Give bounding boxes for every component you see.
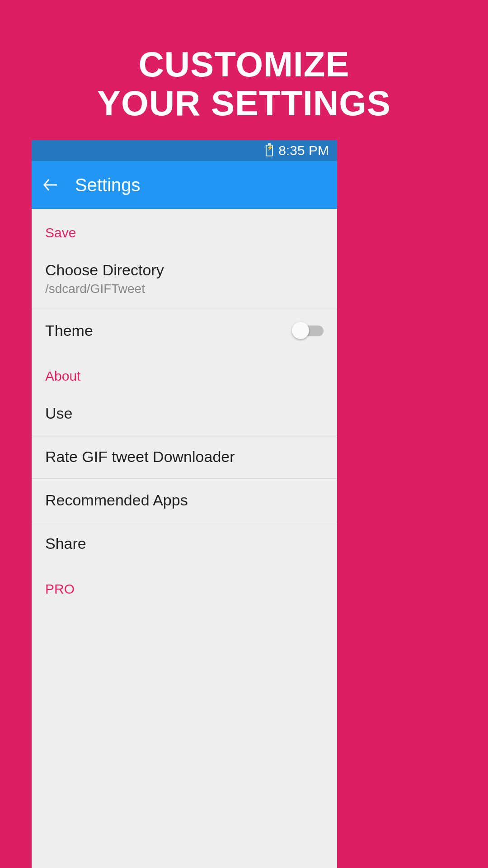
row-rate[interactable]: Rate GIF tweet Downloader xyxy=(32,435,337,479)
back-arrow-icon[interactable] xyxy=(42,177,59,193)
device-frame: 8:35 PM Settings Save Choose Directory /… xyxy=(32,140,337,868)
section-header-save: Save xyxy=(32,209,337,249)
promo-headline: CUSTOMIZE YOUR SETTINGS xyxy=(0,45,488,123)
section-header-pro: PRO xyxy=(32,565,337,605)
use-label: Use xyxy=(45,405,72,422)
promo-line2: YOUR SETTINGS xyxy=(0,84,488,123)
share-label: Share xyxy=(45,535,86,552)
row-use[interactable]: Use xyxy=(32,392,337,435)
theme-title: Theme xyxy=(45,322,295,340)
promo-line1: CUSTOMIZE xyxy=(0,45,488,84)
row-theme[interactable]: Theme xyxy=(32,309,337,352)
row-recommended[interactable]: Recommended Apps xyxy=(32,479,337,522)
choose-directory-subtitle: /sdcard/GIFTweet xyxy=(45,282,324,296)
status-time: 8:35 PM xyxy=(278,143,329,158)
recommended-label: Recommended Apps xyxy=(45,491,188,509)
theme-toggle[interactable] xyxy=(295,326,324,336)
choose-directory-title: Choose Directory xyxy=(45,261,324,279)
status-bar: 8:35 PM xyxy=(32,140,337,161)
row-share[interactable]: Share xyxy=(32,522,337,565)
rate-label: Rate GIF tweet Downloader xyxy=(45,448,235,466)
toggle-knob xyxy=(292,322,309,339)
settings-list: Save Choose Directory /sdcard/GIFTweet T… xyxy=(32,209,337,605)
page-title: Settings xyxy=(75,175,141,195)
row-choose-directory[interactable]: Choose Directory /sdcard/GIFTweet xyxy=(32,249,337,309)
battery-charging-icon xyxy=(266,145,273,156)
app-bar: Settings xyxy=(32,161,337,209)
section-header-about: About xyxy=(32,352,337,392)
